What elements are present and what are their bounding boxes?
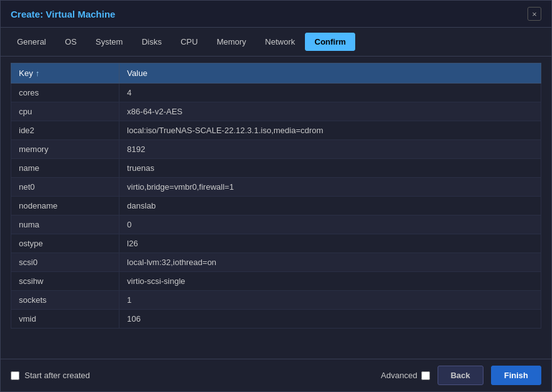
table-row: cpux86-64-v2-AES	[11, 102, 541, 121]
close-button[interactable]: ×	[527, 7, 541, 21]
cell-key: scsihw	[11, 272, 119, 291]
advanced-checkbox[interactable]	[421, 371, 430, 380]
cell-value: l26	[119, 234, 541, 253]
footer: Start after created Advanced Back Finish	[1, 359, 551, 391]
col-key-header: Key↑	[11, 63, 119, 84]
cell-value: danslab	[119, 197, 541, 215]
cell-key: nodename	[11, 197, 119, 215]
tab-os[interactable]: OS	[56, 33, 86, 50]
table-row: net0virtio,bridge=vmbr0,firewall=1	[11, 178, 541, 197]
table-row: nametruenas	[11, 159, 541, 178]
cell-key: numa	[11, 215, 119, 234]
table-header-row: Key↑ Value	[11, 63, 541, 84]
cell-key: ostype	[11, 234, 119, 253]
tabs-bar: GeneralOSSystemDisksCPUMemoryNetworkConf…	[1, 28, 551, 57]
table-row: memory8192	[11, 140, 541, 159]
cell-value: 1	[119, 291, 541, 310]
cell-key: net0	[11, 178, 119, 197]
table-row: nodenamedanslab	[11, 197, 541, 215]
tab-system[interactable]: System	[87, 33, 131, 50]
cell-value: x86-64-v2-AES	[119, 102, 541, 121]
cell-key: ide2	[11, 121, 119, 140]
start-after-label[interactable]: Start after created	[11, 371, 90, 380]
cell-key: scsi0	[11, 253, 119, 272]
cell-value: virtio-scsi-single	[119, 272, 541, 291]
table-row: ostypel26	[11, 234, 541, 253]
table-row: cores4	[11, 84, 541, 102]
create-vm-dialog: Create: Virtual Machine × GeneralOSSyste…	[0, 0, 552, 392]
table-row: scsi0local-lvm:32,iothread=on	[11, 253, 541, 272]
back-button[interactable]: Back	[438, 366, 483, 385]
finish-button[interactable]: Finish	[491, 366, 541, 385]
tab-confirm[interactable]: Confirm	[305, 33, 355, 51]
tab-disks[interactable]: Disks	[133, 33, 170, 50]
tab-network[interactable]: Network	[257, 33, 304, 50]
start-after-checkbox[interactable]	[11, 371, 19, 380]
cell-key: name	[11, 159, 119, 178]
cell-key: cores	[11, 84, 119, 102]
config-table: Key↑ Value cores4cpux86-64-v2-AESide2loc…	[11, 63, 541, 329]
dialog-title: Create: Virtual Machine	[11, 9, 115, 19]
table-row: vmid106	[11, 310, 541, 329]
cell-value: 106	[119, 310, 541, 329]
cell-value: virtio,bridge=vmbr0,firewall=1	[119, 178, 541, 197]
cell-value: 0	[119, 215, 541, 234]
col-value-header: Value	[119, 63, 541, 84]
cell-key: cpu	[11, 102, 119, 121]
cell-value: truenas	[119, 159, 541, 178]
title-bar: Create: Virtual Machine ×	[1, 1, 551, 28]
table-row: sockets1	[11, 291, 541, 310]
footer-right: Advanced Back Finish	[381, 366, 541, 385]
tab-cpu[interactable]: CPU	[172, 33, 206, 50]
table-row: ide2local:iso/TrueNAS-SCALE-22.12.3.1.is…	[11, 121, 541, 140]
advanced-label[interactable]: Advanced	[381, 371, 430, 380]
table-row: numa0	[11, 215, 541, 234]
cell-value: 4	[119, 84, 541, 102]
cell-key: vmid	[11, 310, 119, 329]
cell-value: local:iso/TrueNAS-SCALE-22.12.3.1.iso,me…	[119, 121, 541, 140]
sort-icon: ↑	[35, 68, 40, 78]
cell-value: local-lvm:32,iothread=on	[119, 253, 541, 272]
cell-key: sockets	[11, 291, 119, 310]
tab-general[interactable]: General	[8, 33, 55, 50]
table-row: scsihwvirtio-scsi-single	[11, 272, 541, 291]
cell-key: memory	[11, 140, 119, 159]
tab-memory[interactable]: Memory	[208, 33, 255, 50]
cell-value: 8192	[119, 140, 541, 159]
main-content: Key↑ Value cores4cpux86-64-v2-AESide2loc…	[1, 57, 551, 359]
